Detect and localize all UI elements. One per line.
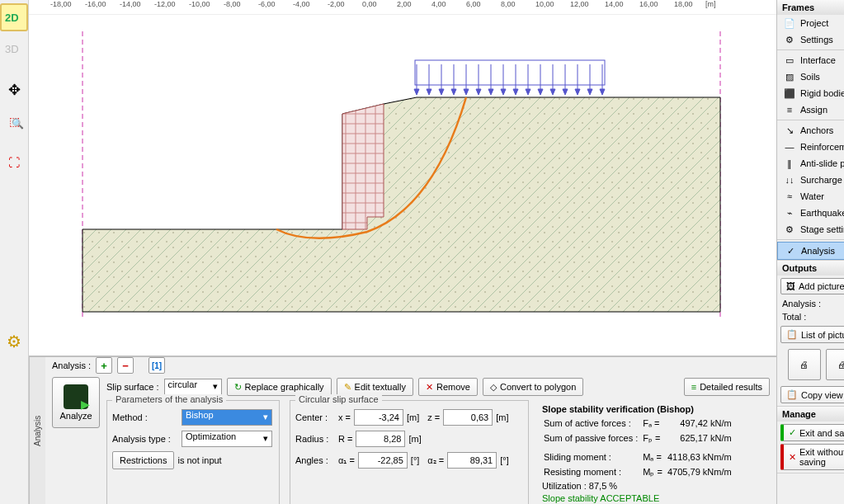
fit-button[interactable]: ⛶ bbox=[0, 148, 28, 177]
soils-icon: ▨ bbox=[784, 71, 795, 82]
frame-item-stage-settings[interactable]: ⚙Stage settings bbox=[777, 221, 844, 238]
remove-button[interactable]: ✕Remove bbox=[418, 378, 478, 396]
svg-rect-10 bbox=[415, 60, 605, 85]
manage-header: Manage− bbox=[777, 407, 844, 422]
frame-item-anchors[interactable]: ↘Anchors bbox=[777, 122, 844, 139]
circular-title: Circular slip surface bbox=[295, 394, 382, 404]
exit-save-button[interactable]: ✓Exit and save bbox=[780, 424, 844, 441]
add-picture-button[interactable]: 🖼 Add picture bbox=[780, 278, 844, 294]
pan-button[interactable]: ✥ bbox=[0, 76, 28, 104]
frames-header: Frames− bbox=[777, 0, 844, 15]
exit-nosave-button[interactable]: ✕Exit without saving bbox=[780, 444, 844, 470]
svg-text:2D: 2D bbox=[5, 12, 19, 24]
frame-item-interface[interactable]: ▭Interface bbox=[777, 52, 844, 68]
rigid-bodies-icon: ⬛ bbox=[784, 87, 795, 99]
a2-input[interactable]: 89,31 bbox=[447, 452, 497, 469]
view-2d-button[interactable]: 2D bbox=[0, 3, 28, 31]
edit-textually-button[interactable]: ✎Edit textually bbox=[337, 378, 413, 396]
stage-settings-icon: ⚙ bbox=[784, 224, 795, 235]
water-icon: ≈ bbox=[784, 191, 795, 202]
frame-item-assign[interactable]: ≡Assign bbox=[777, 101, 844, 118]
interface-icon: ▭ bbox=[784, 54, 795, 66]
outputs-header: Outputs− bbox=[777, 261, 844, 276]
anti-slide-piles-icon: ‖ bbox=[784, 158, 795, 169]
print-2-button[interactable]: 🖨 bbox=[826, 349, 844, 380]
frame-item-project[interactable]: 📄Project bbox=[777, 15, 844, 31]
svg-text:3D: 3D bbox=[5, 43, 19, 55]
detailed-results-button[interactable]: ≡Detailed results bbox=[684, 378, 770, 396]
canvas[interactable]: -18,00 -16,00 -14,00 -12,00 -10,00 -8,00… bbox=[29, 0, 776, 356]
r-input[interactable]: 8,28 bbox=[356, 431, 405, 447]
method-select[interactable]: Bishop bbox=[182, 409, 272, 426]
analysis-label: Analysis : bbox=[52, 360, 91, 370]
restrictions-button[interactable]: Restrictions bbox=[112, 451, 174, 469]
stage-1-button[interactable]: [1] bbox=[149, 357, 165, 374]
replace-graphically-button[interactable]: ↻Replace graphically bbox=[227, 378, 332, 396]
convert-polygon-button[interactable]: ◇Convert to polygon bbox=[483, 378, 583, 396]
x-input[interactable]: -3,24 bbox=[354, 409, 403, 426]
analyze-icon bbox=[64, 384, 88, 409]
earthquake-icon: ⌁ bbox=[784, 207, 795, 219]
view-3d-button[interactable]: 3D bbox=[0, 35, 28, 63]
frame-item-reinforcements[interactable]: —Reinforcements bbox=[777, 139, 844, 155]
zoom-button[interactable]: ⬚🔍 bbox=[0, 107, 28, 135]
slip-surface-label: Slip surface : bbox=[106, 382, 159, 392]
method-label: Method : bbox=[112, 412, 178, 422]
angles-label: Angles : bbox=[295, 455, 335, 465]
analysis-type-select[interactable]: Optimization bbox=[182, 431, 272, 447]
project-icon: 📄 bbox=[784, 17, 795, 29]
settings-gear-button[interactable]: ⚙ bbox=[0, 327, 28, 356]
z-input[interactable]: 0,63 bbox=[443, 409, 493, 426]
anchors-icon: ↘ bbox=[784, 125, 795, 136]
settings-icon: ⚙ bbox=[784, 34, 795, 45]
frame-item-water[interactable]: ≈Water bbox=[777, 188, 844, 205]
print-1-button[interactable]: 🖨 bbox=[788, 349, 821, 380]
frame-item-surcharge[interactable]: ↓↓Surcharge bbox=[777, 172, 844, 188]
remove-stage-button[interactable]: − bbox=[117, 357, 134, 374]
frame-item-soils[interactable]: ▨Soils bbox=[777, 68, 844, 85]
bottom-tab[interactable]: Analysis bbox=[29, 357, 45, 504]
reinforcements-icon: — bbox=[784, 141, 795, 153]
frame-item-analysis[interactable]: ✓Analysis bbox=[777, 242, 844, 260]
slip-surface-select[interactable]: circular bbox=[164, 379, 222, 395]
a1-input[interactable]: -22,85 bbox=[358, 452, 408, 469]
assign-icon: ≡ bbox=[784, 104, 795, 115]
analysis-type-label: Analysis type : bbox=[112, 434, 178, 444]
radius-label: Radius : bbox=[295, 434, 335, 444]
frame-item-anti-slide-piles[interactable]: ‖Anti-slide piles bbox=[777, 155, 844, 172]
frame-item-settings[interactable]: ⚙Settings bbox=[777, 31, 844, 48]
results-box: Slope stability verification (Bishop) Su… bbox=[539, 400, 770, 504]
add-stage-button[interactable]: + bbox=[96, 357, 112, 374]
frame-item-earthquake[interactable]: ⌁Earthquake bbox=[777, 205, 844, 221]
frame-item-rigid-bodies[interactable]: ⬛Rigid bodies bbox=[777, 85, 844, 101]
list-pictures-button[interactable]: 📋 List of pictures bbox=[780, 326, 844, 343]
center-label: Center : bbox=[295, 412, 335, 422]
copy-view-button[interactable]: 📋 Copy view bbox=[780, 386, 844, 403]
left-toolbar: 2D 3D ✥ ⬚🔍 ⛶ ⚙ bbox=[0, 0, 29, 504]
analysis-icon: ✓ bbox=[785, 245, 796, 257]
analyze-button[interactable]: Analyze bbox=[52, 377, 100, 428]
drawing-svg bbox=[29, 15, 722, 345]
surcharge-icon: ↓↓ bbox=[784, 174, 795, 186]
right-panel: Frames− 📄Project⚙Settings▭Interface▨Soil… bbox=[776, 0, 844, 504]
restrictions-text: is not input bbox=[177, 455, 221, 465]
ruler: -18,00 -16,00 -14,00 -12,00 -10,00 -8,00… bbox=[29, 0, 776, 15]
params-title: Parameters of the analysis bbox=[112, 394, 226, 404]
